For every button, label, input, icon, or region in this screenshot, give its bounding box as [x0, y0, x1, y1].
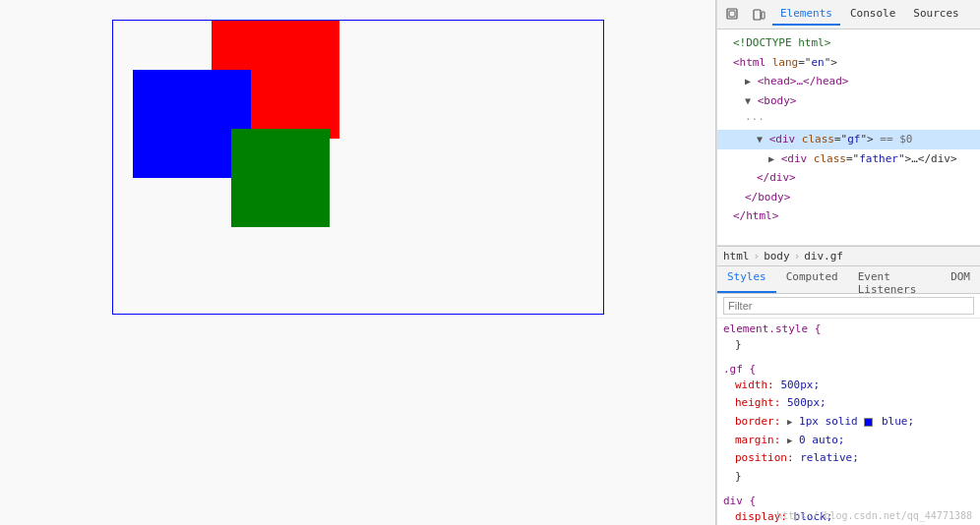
devtools-tabs: Elements Console Sources — [717, 0, 980, 29]
tab-dom-breakpoints[interactable]: DOM — [941, 266, 980, 293]
browser-content — [0, 0, 715, 525]
green-box — [231, 129, 330, 227]
dom-div-gf[interactable]: ▼ <div class="gf"> == $0 — [717, 130, 980, 149]
preview-panel — [0, 0, 716, 525]
css-prop-margin: margin: ▶ 0 auto; — [723, 432, 974, 450]
cursor-icon[interactable] — [721, 3, 745, 27]
dom-head[interactable]: ▶ <head>…</head> — [717, 72, 980, 91]
tab-sources[interactable]: Sources — [905, 3, 966, 26]
tab-event-listeners[interactable]: Event Listeners — [848, 266, 941, 293]
css-selector-div: div { — [723, 495, 974, 507]
css-rules: element.style { } .gf { width: 500px; he… — [717, 319, 980, 525]
styles-filter — [717, 294, 980, 319]
dom-doctype: <!DOCTYPE html> — [717, 33, 980, 53]
dom-tree: <!DOCTYPE html> <html lang="en"> ▶ <head… — [717, 29, 980, 246]
svg-rect-1 — [729, 11, 735, 17]
svg-rect-2 — [754, 10, 761, 20]
dom-div-close: </div> — [717, 168, 980, 188]
svg-rect-3 — [762, 12, 765, 19]
styles-tabs: Styles Computed Event Listeners DOM — [717, 266, 980, 294]
color-swatch-blue — [864, 418, 873, 427]
css-gf-close: } — [723, 468, 974, 487]
css-rule-element-style: element.style { } — [723, 322, 974, 355]
devtools-panel: Elements Console Sources <!DOCTYPE html>… — [716, 0, 980, 525]
dom-div-father[interactable]: ▶ <div class="father">…</div> — [717, 149, 980, 169]
gf-box — [112, 20, 604, 315]
watermark: https://blog.csdn.net/qq_44771388 — [776, 510, 972, 521]
css-closing-brace: } — [723, 336, 974, 355]
tab-console[interactable]: Console — [842, 3, 903, 26]
breadcrumb-div-gf[interactable]: div.gf — [804, 250, 843, 262]
dom-html-close: </html> — [717, 206, 980, 226]
breadcrumb-html[interactable]: html — [723, 250, 750, 262]
css-prop-height: height: 500px; — [723, 394, 974, 413]
css-rule-gf: .gf { width: 500px; height: 500px; borde… — [723, 363, 974, 487]
breadcrumb: html › body › div.gf — [717, 246, 980, 266]
breadcrumb-body[interactable]: body — [764, 250, 790, 262]
css-prop-width: width: 500px; — [723, 377, 974, 395]
tab-computed[interactable]: Computed — [776, 266, 848, 293]
css-selector-element-style: element.style { — [723, 322, 974, 335]
css-prop-border: border: ▶ 1px solid blue; — [723, 413, 974, 432]
tab-elements[interactable]: Elements — [772, 3, 840, 26]
filter-input[interactable] — [723, 297, 974, 315]
css-prop-position: position: relative; — [723, 449, 974, 468]
dom-dots: ··· — [717, 110, 980, 130]
tab-styles[interactable]: Styles — [717, 266, 776, 293]
dom-body[interactable]: ▼ <body> — [717, 91, 980, 111]
dom-body-close: </body> — [717, 188, 980, 207]
dom-html: <html lang="en"> — [717, 53, 980, 73]
css-selector-gf: .gf { — [723, 363, 974, 376]
device-icon[interactable] — [747, 3, 770, 27]
